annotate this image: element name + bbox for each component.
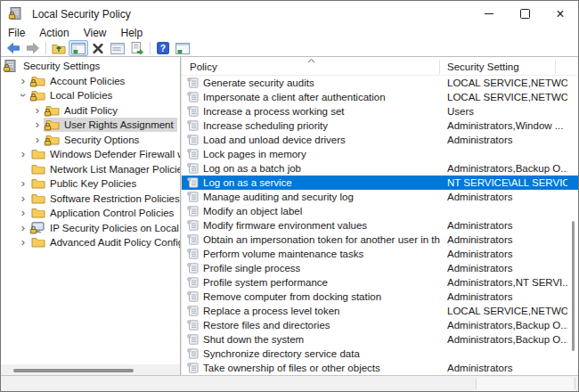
policy-row[interactable]: Log on as a serviceNT SERVICE\ALL SERVIC… [182,176,578,190]
vertical-scrollbar-thumb[interactable] [572,221,575,351]
back-button[interactable] [4,40,23,56]
folder-lock-icon [45,104,61,117]
delete-button[interactable] [88,40,108,56]
policy-row[interactable]: Modify firmware environment valuesAdmini… [182,218,578,233]
tree-item-network-list-manager-policies[interactable]: Network List Manager Policies [1,162,180,177]
policy-row[interactable]: Restore files and directoriesAdministrat… [182,318,578,332]
policy-scroll-icon [187,363,199,373]
up-one-level-button[interactable] [49,40,69,56]
policy-row[interactable]: Increase a process working setUsers [182,104,578,118]
maximize-button[interactable] [507,1,542,27]
menu-item-help[interactable]: Help [114,26,151,40]
toolbar-separator [45,42,46,54]
tree-item-body: Local Policies [29,88,116,102]
menu-item-view[interactable]: View [77,26,114,40]
sort-ascending-icon [307,58,315,63]
security-setting-value: LOCAL SERVICE,NETWOR... [447,92,567,102]
help-button[interactable]: ? [153,40,173,56]
chevron-right-icon[interactable]: › [31,134,44,146]
chevron-right-icon[interactable]: › [17,148,29,160]
forward-button[interactable] [23,40,43,56]
policy-row[interactable]: Increase scheduling priorityAdministrato… [182,118,578,133]
policy-row[interactable]: Obtain an impersonation token for anothe… [182,233,578,247]
policy-row[interactable]: Log on as a batch jobAdministrators,Back… [182,161,578,176]
policy-row[interactable]: Load and unload device driversAdministra… [182,133,578,147]
policy-row[interactable]: Shut down the systemAdministrators,Backu… [182,332,578,347]
policy-row[interactable]: Replace a process level tokenLOCAL SERVI… [182,304,578,318]
main-area: Security Settings›Account Policies›Local… [1,56,578,376]
properties-button[interactable] [108,40,127,56]
tree-item-label: Security Settings [23,61,100,71]
security-setting-value: Administrators [447,220,567,231]
close-button[interactable]: × [542,1,578,27]
column-header-policy[interactable]: Policy [190,61,217,72]
tree-item-public-key-policies[interactable]: ›Public Key Policies [1,176,180,192]
arrow-right-icon [26,42,40,54]
tree-item-windows-defender-firewall-with-advanc[interactable]: ›Windows Defender Firewall with Advanc [1,147,180,162]
folder-icon [31,148,46,160]
policy-name: Perform volume maintenance tasks [203,249,363,259]
security-setting-value: Administrators,Backup O... [447,320,567,331]
policy-scroll-icon [187,177,199,188]
show-action-pane-button[interactable] [173,40,192,56]
tree-item-advanced-audit-policy-configuration[interactable]: ›Advanced Audit Policy Configuration [1,235,180,250]
policy-row[interactable]: Manage auditing and security logAdminist… [182,190,578,204]
horizontal-scrollbar-thumb[interactable] [13,369,134,372]
tree-item-software-restriction-policies[interactable]: ›Software Restriction Policies [1,192,180,207]
tree-item-security-options[interactable]: ›Security Options [1,133,180,148]
tree-item-account-policies[interactable]: ›Account Policies [1,74,180,89]
chevron-right-icon[interactable]: › [31,118,44,131]
policy-row[interactable]: Profile single processAdministrators [182,261,578,275]
tree-item-user-rights-assignment[interactable]: ›User Rights Assignment [1,118,180,133]
column-header-security-setting[interactable]: Security Setting [447,61,519,72]
policy-row[interactable]: Generate security auditsLOCAL SERVICE,NE… [182,76,578,90]
chevron-right-icon[interactable]: › [17,192,29,205]
maximize-icon [520,9,530,19]
policy-row[interactable]: Modify an object label [182,204,578,218]
chevron-down-icon[interactable]: › [17,89,29,102]
security-setting-value: LOCAL SERVICE,NETWOR... [447,306,567,316]
policy-scroll-icon [187,348,199,359]
tree-item-application-control-policies[interactable]: ›Application Control Policies [1,206,180,221]
export-list-button[interactable] [127,40,147,56]
column-divider[interactable] [555,60,556,74]
doc-export-icon [131,42,144,54]
tree-item-local-policies[interactable]: ›Local Policies [1,88,180,103]
chevron-right-icon[interactable]: › [17,177,29,190]
column-divider[interactable] [439,60,440,74]
menu-item-action[interactable]: Action [32,26,76,40]
policy-list: Generate security auditsLOCAL SERVICE,NE… [182,76,578,376]
policy-scroll-icon [187,135,199,145]
policy-name: Generate security audits [203,78,314,88]
policy-row[interactable]: Remove computer from docking stationAdmi… [182,290,578,304]
policy-row[interactable]: Take ownership of files or other objects… [182,361,578,375]
local-security-policy-window: Local Security Policy × FileActionViewHe… [0,0,579,392]
tree-item-label: User Rights Assignment [64,119,174,130]
tree-item-security-settings[interactable]: Security Settings [1,59,180,74]
minimize-button[interactable] [471,1,507,27]
chevron-right-icon[interactable]: › [17,75,29,87]
tree-item-audit-policy[interactable]: ›Audit Policy [1,103,180,118]
policy-row[interactable]: Perform volume maintenance tasksAdminist… [182,247,578,261]
policy-row[interactable]: Profile system performanceAdministrators… [182,275,578,290]
close-icon: × [556,10,564,19]
window-controls: × [471,1,578,27]
folder-icon [31,163,46,176]
chevron-right-icon[interactable]: › [17,222,29,234]
security-setting-value: Administrators [447,234,567,245]
security-setting-value: Administrators [447,263,567,274]
show-console-tree-button[interactable] [69,40,88,56]
chevron-right-icon[interactable]: › [17,207,29,219]
tree-item-ip-security-policies-on-local-computer[interactable]: ›IP Security Policies on Local Computer [1,221,180,236]
policy-row[interactable]: Lock pages in memory [182,147,578,161]
status-bar-divider [575,378,575,389]
chevron-right-icon[interactable]: › [17,236,29,249]
policy-name: Profile single process [203,263,300,274]
toolbar: ? [1,40,578,56]
list-header: Policy Security Setting [182,57,578,76]
folder-lock-icon [45,134,61,146]
policy-row[interactable]: Impersonate a client after authenticatio… [182,90,578,104]
menu-item-file[interactable]: File [1,26,32,40]
policy-row[interactable]: Synchronize directory service data [182,347,578,361]
chevron-right-icon[interactable]: › [31,104,44,117]
